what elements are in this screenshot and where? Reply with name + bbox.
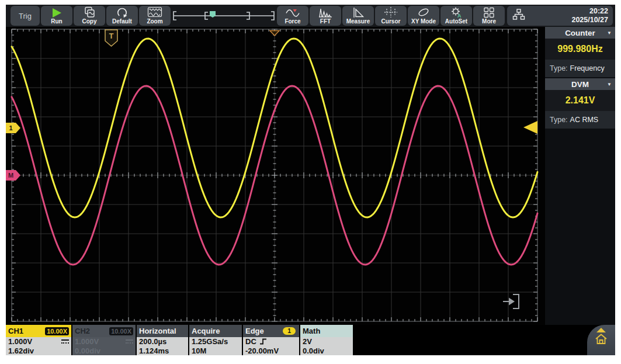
collapse-up-icon[interactable] xyxy=(596,328,606,332)
dvm-header[interactable]: DVM ▼ xyxy=(545,78,615,90)
xy-mode-icon xyxy=(417,5,431,18)
expand-panel-icon[interactable] xyxy=(503,294,519,308)
counter-panel: Counter ▼ 999.980Hz Type: Frequency xyxy=(545,27,615,77)
measure-label: Measure xyxy=(346,18,370,25)
acquire-title: Acquire xyxy=(192,327,220,335)
clock-date: 2025/10/27 xyxy=(571,16,608,25)
trigger-time-marker[interactable]: T xyxy=(105,30,117,46)
clock: 20:22 2025/10/27 xyxy=(571,7,608,25)
ch1-position: 1.62div xyxy=(8,346,34,355)
trigger-title: Edge xyxy=(245,327,264,335)
fft-button[interactable]: FFT xyxy=(310,6,341,26)
waveform-display[interactable]: T 1 M xyxy=(6,27,545,325)
trigger-source-badge: 1 xyxy=(283,327,296,335)
fft-spectrum-icon xyxy=(318,6,332,18)
screen: Trig Run Copy xyxy=(0,0,621,364)
ch2-name: CH2 xyxy=(75,327,90,335)
counter-type-row: Type: Frequency xyxy=(545,60,615,77)
xy-mode-button[interactable]: XY Mode xyxy=(408,6,439,26)
autoset-gear-icon: A xyxy=(450,5,463,18)
acquire-memory-depth: 10M xyxy=(192,346,206,355)
run-button[interactable]: Run xyxy=(41,6,72,26)
trigger-position-marker[interactable] xyxy=(270,31,279,36)
measure-icon xyxy=(352,6,365,18)
default-label: Default xyxy=(112,18,132,25)
counter-type-label: Type: xyxy=(550,64,568,72)
trigger-coupling: DC xyxy=(245,337,256,346)
top-toolbar: Trig Run Copy xyxy=(6,5,615,27)
run-icon xyxy=(50,6,63,18)
network-lan-icon[interactable] xyxy=(512,8,526,24)
svg-text:A: A xyxy=(457,13,462,19)
default-button[interactable]: Default xyxy=(106,6,138,26)
clock-time: 20:22 xyxy=(571,7,608,16)
more-grid-icon xyxy=(483,6,495,18)
fft-label: FFT xyxy=(320,18,331,25)
horizontal-timebase: 200.0µs xyxy=(139,337,166,346)
dvm-title: DVM xyxy=(571,80,589,89)
run-label: Run xyxy=(51,18,62,25)
svg-text:T: T xyxy=(109,32,114,40)
cursor-crosshair-icon xyxy=(384,5,398,18)
trigger-status-block[interactable]: Edge 1 DC -20.00mV xyxy=(243,325,299,355)
zoom-label: Zoom xyxy=(147,18,162,25)
ch2-position: 0.00div xyxy=(75,346,100,355)
ch2-status-block[interactable]: CH2 10.00X 1.000V 0.00div xyxy=(72,325,136,355)
xy-mode-label: XY Mode xyxy=(411,18,436,25)
ch1-position-marker[interactable]: 1 xyxy=(6,123,20,133)
autoset-label: AutoSet xyxy=(445,18,467,25)
ch1-name: CH1 xyxy=(8,327,23,335)
trigger-position-slider[interactable] xyxy=(172,6,276,26)
horizontal-delay: 1.124ms xyxy=(139,346,169,355)
ch1-dc-coupling-icon xyxy=(61,339,69,344)
horizontal-title: Horizontal xyxy=(139,327,176,335)
copy-button[interactable]: Copy xyxy=(74,6,105,26)
counter-title: Counter xyxy=(565,29,595,37)
ch1-status-block[interactable]: CH1 10.00X 1.000V 1.62div xyxy=(6,325,71,355)
more-button[interactable]: More xyxy=(473,6,505,26)
ch2-scale: 1.000V xyxy=(75,337,99,346)
slider-trigger-marker xyxy=(210,11,216,18)
force-label: Force xyxy=(285,18,300,25)
dvm-type-label: Type: xyxy=(550,116,568,124)
zoom-waveform-icon xyxy=(147,5,162,18)
counter-header[interactable]: Counter ▼ xyxy=(545,27,615,39)
force-button[interactable]: Force xyxy=(277,6,308,26)
horizontal-status-block[interactable]: Horizontal 200.0µs 1.124ms xyxy=(137,325,188,355)
chevron-down-icon: ▼ xyxy=(607,82,612,87)
dvm-panel: DVM ▼ 2.141V Type: AC RMS xyxy=(545,78,615,129)
trigger-level-marker[interactable] xyxy=(523,121,537,134)
status-panel: 20:22 2025/10/27 xyxy=(507,6,613,26)
cursor-label: Cursor xyxy=(381,18,401,25)
cursor-button[interactable]: Cursor xyxy=(375,6,407,26)
counter-value: 999.980Hz xyxy=(545,39,615,60)
oscilloscope-app: Trig Run Copy xyxy=(6,5,615,355)
math-position-marker[interactable]: M xyxy=(6,170,20,181)
ch2-dc-coupling-icon xyxy=(126,339,133,344)
ch1-scale: 1.000V xyxy=(8,337,32,346)
math-title: Math xyxy=(303,327,320,335)
math-status-block[interactable]: Math 2V 0.0div xyxy=(300,325,353,355)
graticule xyxy=(12,29,537,321)
home-icon[interactable] xyxy=(594,332,608,348)
measure-button[interactable]: Measure xyxy=(342,6,374,26)
trigger-level: -20.00mV xyxy=(245,346,279,355)
ch2-attenuation-badge: 10.00X xyxy=(109,327,133,335)
dvm-type-value: AC RMS xyxy=(570,116,599,124)
autoset-button[interactable]: A AutoSet xyxy=(440,6,472,26)
dvm-value: 2.141V xyxy=(545,90,615,111)
acquire-sample-rate: 1.25GSa/s xyxy=(192,337,228,346)
counter-type-value: Frequency xyxy=(570,64,605,72)
force-trigger-icon xyxy=(285,6,300,18)
dvm-type-row: Type: AC RMS xyxy=(545,111,615,129)
copy-icon xyxy=(83,5,96,18)
acquire-status-block[interactable]: Acquire 1.25GSa/s 10M xyxy=(189,325,242,355)
svg-text:M: M xyxy=(8,172,13,179)
zoom-button[interactable]: Zoom xyxy=(139,6,171,26)
status-bar: CH1 10.00X 1.000V 1.62div CH2 10.00X 1.0… xyxy=(6,325,615,355)
math-scale: 2V xyxy=(303,337,312,346)
trig-button[interactable]: Trig xyxy=(11,6,40,26)
math-position: 0.0div xyxy=(303,346,324,355)
trig-label: Trig xyxy=(19,13,32,19)
default-reset-icon xyxy=(116,5,129,18)
